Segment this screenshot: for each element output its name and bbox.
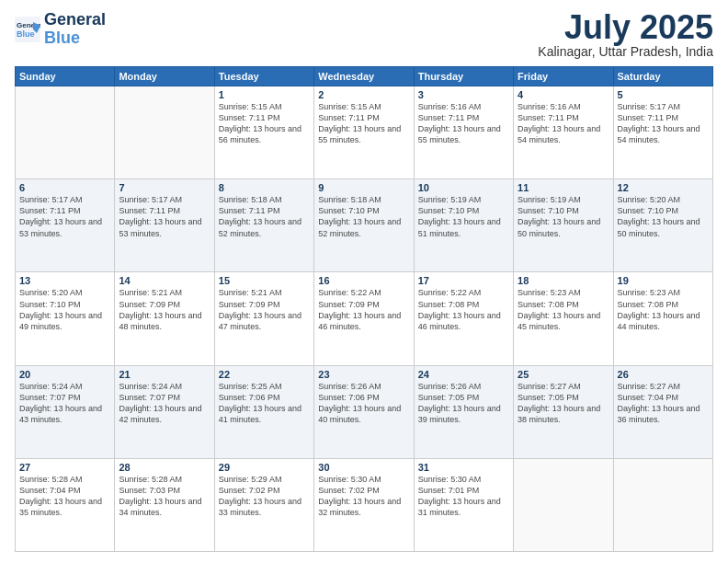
day-number: 27 [19,462,110,473]
table-row: 10Sunrise: 5:19 AMSunset: 7:10 PMDayligh… [414,179,513,272]
day-info: Sunrise: 5:15 AMSunset: 7:11 PMDaylight:… [219,101,310,146]
table-row: 2Sunrise: 5:15 AMSunset: 7:11 PMDaylight… [314,86,414,179]
day-number: 5 [618,89,709,100]
header-wednesday: Wednesday [314,67,414,86]
day-info: Sunrise: 5:23 AMSunset: 7:08 PMDaylight:… [518,287,609,332]
day-number: 16 [318,275,409,286]
weekday-header-row: Sunday Monday Tuesday Wednesday Thursday… [16,67,713,86]
logo: General Blue General Blue [15,11,106,48]
header-tuesday: Tuesday [214,67,313,86]
day-info: Sunrise: 5:24 AMSunset: 7:07 PMDaylight:… [19,381,110,426]
day-number: 21 [119,369,210,380]
table-row: 5Sunrise: 5:17 AMSunset: 7:11 PMDaylight… [613,86,712,179]
day-number: 10 [418,182,509,193]
table-row: 28Sunrise: 5:28 AMSunset: 7:03 PMDayligh… [115,458,214,551]
logo-icon: General Blue [15,17,40,42]
table-row [16,86,115,179]
day-number: 1 [219,89,310,100]
day-number: 19 [618,275,709,286]
day-info: Sunrise: 5:19 AMSunset: 7:10 PMDaylight:… [418,194,509,239]
table-row: 14Sunrise: 5:21 AMSunset: 7:09 PMDayligh… [115,272,214,365]
table-row: 13Sunrise: 5:20 AMSunset: 7:10 PMDayligh… [16,272,115,365]
day-number: 3 [418,89,509,100]
table-row [115,86,214,179]
day-number: 7 [119,182,210,193]
table-row: 12Sunrise: 5:20 AMSunset: 7:10 PMDayligh… [613,179,712,272]
day-info: Sunrise: 5:26 AMSunset: 7:06 PMDaylight:… [318,381,409,426]
day-number: 31 [418,462,509,473]
header-thursday: Thursday [414,67,513,86]
day-info: Sunrise: 5:18 AMSunset: 7:10 PMDaylight:… [318,194,409,239]
day-number: 24 [418,369,509,380]
header-monday: Monday [115,67,214,86]
table-row: 8Sunrise: 5:18 AMSunset: 7:11 PMDaylight… [214,179,313,272]
day-number: 29 [219,462,310,473]
calendar-table: Sunday Monday Tuesday Wednesday Thursday… [15,66,713,552]
table-row: 16Sunrise: 5:22 AMSunset: 7:09 PMDayligh… [314,272,414,365]
calendar-week-row: 13Sunrise: 5:20 AMSunset: 7:10 PMDayligh… [16,272,713,365]
day-info: Sunrise: 5:16 AMSunset: 7:11 PMDaylight:… [518,101,609,146]
day-number: 4 [518,89,609,100]
day-number: 8 [219,182,310,193]
day-number: 9 [318,182,409,193]
day-info: Sunrise: 5:24 AMSunset: 7:07 PMDaylight:… [119,381,210,426]
day-info: Sunrise: 5:29 AMSunset: 7:02 PMDaylight:… [219,474,310,519]
day-number: 6 [19,182,110,193]
day-info: Sunrise: 5:30 AMSunset: 7:01 PMDaylight:… [418,474,509,519]
day-info: Sunrise: 5:20 AMSunset: 7:10 PMDaylight:… [19,287,110,332]
day-info: Sunrise: 5:30 AMSunset: 7:02 PMDaylight:… [318,474,409,519]
table-row: 17Sunrise: 5:22 AMSunset: 7:08 PMDayligh… [414,272,513,365]
table-row: 22Sunrise: 5:25 AMSunset: 7:06 PMDayligh… [214,365,313,458]
day-info: Sunrise: 5:18 AMSunset: 7:11 PMDaylight:… [219,194,310,239]
table-row: 15Sunrise: 5:21 AMSunset: 7:09 PMDayligh… [214,272,313,365]
day-number: 26 [618,369,709,380]
table-row: 20Sunrise: 5:24 AMSunset: 7:07 PMDayligh… [16,365,115,458]
header-friday: Friday [514,67,613,86]
day-info: Sunrise: 5:17 AMSunset: 7:11 PMDaylight:… [119,194,210,239]
day-info: Sunrise: 5:22 AMSunset: 7:09 PMDaylight:… [318,287,409,332]
table-row: 18Sunrise: 5:23 AMSunset: 7:08 PMDayligh… [514,272,613,365]
table-row: 9Sunrise: 5:18 AMSunset: 7:10 PMDaylight… [314,179,414,272]
day-info: Sunrise: 5:20 AMSunset: 7:10 PMDaylight:… [618,194,709,239]
day-info: Sunrise: 5:21 AMSunset: 7:09 PMDaylight:… [119,287,210,332]
day-info: Sunrise: 5:28 AMSunset: 7:03 PMDaylight:… [119,474,210,519]
day-number: 13 [19,275,110,286]
table-row: 25Sunrise: 5:27 AMSunset: 7:05 PMDayligh… [514,365,613,458]
day-number: 18 [518,275,609,286]
table-row: 19Sunrise: 5:23 AMSunset: 7:08 PMDayligh… [613,272,712,365]
month-title: July 2025 [538,11,713,44]
calendar-page: General Blue General Blue July 2025 Kali… [0,0,728,563]
table-row: 24Sunrise: 5:26 AMSunset: 7:05 PMDayligh… [414,365,513,458]
day-info: Sunrise: 5:15 AMSunset: 7:11 PMDaylight:… [318,101,409,146]
day-number: 23 [318,369,409,380]
table-row: 27Sunrise: 5:28 AMSunset: 7:04 PMDayligh… [16,458,115,551]
table-row: 30Sunrise: 5:30 AMSunset: 7:02 PMDayligh… [314,458,414,551]
table-row: 21Sunrise: 5:24 AMSunset: 7:07 PMDayligh… [115,365,214,458]
day-info: Sunrise: 5:17 AMSunset: 7:11 PMDaylight:… [618,101,709,146]
day-info: Sunrise: 5:21 AMSunset: 7:09 PMDaylight:… [219,287,310,332]
table-row: 31Sunrise: 5:30 AMSunset: 7:01 PMDayligh… [414,458,513,551]
day-number: 28 [119,462,210,473]
table-row: 23Sunrise: 5:26 AMSunset: 7:06 PMDayligh… [314,365,414,458]
calendar-week-row: 27Sunrise: 5:28 AMSunset: 7:04 PMDayligh… [16,458,713,551]
header-sunday: Sunday [16,67,115,86]
day-info: Sunrise: 5:23 AMSunset: 7:08 PMDaylight:… [618,287,709,332]
day-number: 25 [518,369,609,380]
day-info: Sunrise: 5:19 AMSunset: 7:10 PMDaylight:… [518,194,609,239]
day-info: Sunrise: 5:27 AMSunset: 7:05 PMDaylight:… [518,381,609,426]
day-number: 11 [518,182,609,193]
table-row: 7Sunrise: 5:17 AMSunset: 7:11 PMDaylight… [115,179,214,272]
table-row [613,458,712,551]
table-row [514,458,613,551]
calendar-week-row: 20Sunrise: 5:24 AMSunset: 7:07 PMDayligh… [16,365,713,458]
header: General Blue General Blue July 2025 Kali… [15,11,713,59]
day-number: 30 [318,462,409,473]
day-number: 20 [19,369,110,380]
table-row: 4Sunrise: 5:16 AMSunset: 7:11 PMDaylight… [514,86,613,179]
day-number: 12 [618,182,709,193]
day-info: Sunrise: 5:25 AMSunset: 7:06 PMDaylight:… [219,381,310,426]
title-block: July 2025 Kalinagar, Uttar Pradesh, Indi… [538,11,713,59]
day-info: Sunrise: 5:27 AMSunset: 7:04 PMDaylight:… [618,381,709,426]
day-info: Sunrise: 5:28 AMSunset: 7:04 PMDaylight:… [19,474,110,519]
day-info: Sunrise: 5:16 AMSunset: 7:11 PMDaylight:… [418,101,509,146]
